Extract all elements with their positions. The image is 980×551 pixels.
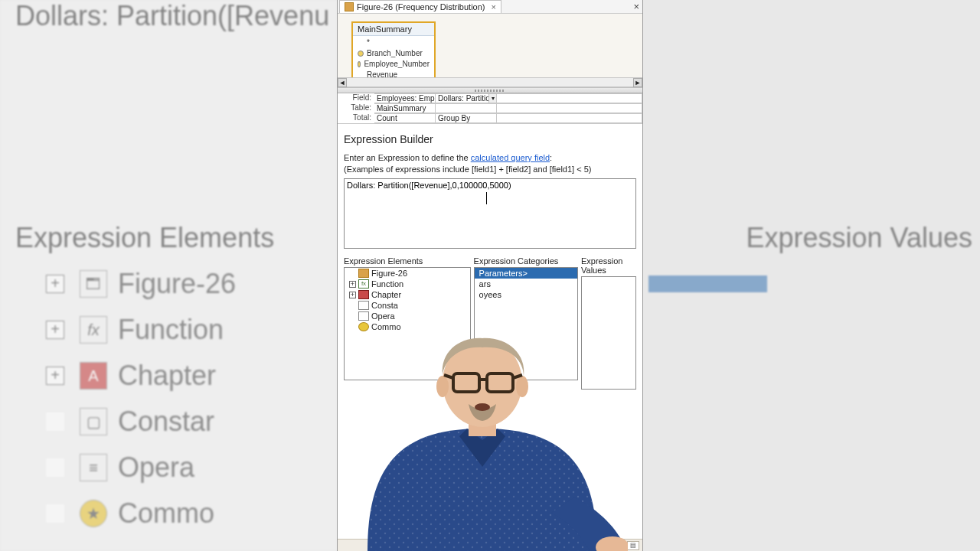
dropdown-icon[interactable]: ▾ bbox=[488, 94, 496, 103]
expand-icon[interactable]: + bbox=[349, 281, 356, 288]
query-tables-pane: MainSummary * Branch_Number Employee_Num… bbox=[338, 14, 642, 87]
bg-item-operators: ≡Opera bbox=[46, 452, 337, 484]
expression-categories-column: Expression Categories Parameters> ars oy… bbox=[474, 256, 578, 390]
table-title: MainSummary bbox=[353, 23, 434, 36]
elements-tree[interactable]: Figure-26 +fxFunction +Chapter Consta Op… bbox=[344, 267, 471, 380]
qbe-grid: Field: Employees: Employee Dollars: Part… bbox=[338, 93, 642, 124]
category-dollars[interactable]: ars bbox=[475, 279, 577, 289]
values-list[interactable] bbox=[581, 276, 636, 390]
table-field-branch[interactable]: Branch_Number bbox=[358, 48, 430, 59]
view-sql-button[interactable]: SQL bbox=[610, 541, 622, 550]
query-icon bbox=[345, 2, 354, 11]
key-icon bbox=[358, 61, 361, 67]
qbe-total-col3[interactable] bbox=[497, 113, 642, 123]
bg-top-expression: Dollars: Partition([Revenu bbox=[15, 0, 329, 32]
category-parameters[interactable]: Parameters> bbox=[475, 268, 577, 279]
eb-subtitle: Enter an Expression to define the calcul… bbox=[344, 153, 636, 162]
document-tab-bar: Figure-26 (Frequency Distribution) × × bbox=[338, 0, 642, 14]
query-tab[interactable]: Figure-26 (Frequency Distribution) × bbox=[339, 0, 501, 13]
hscrollbar[interactable]: ◄ ► bbox=[338, 77, 642, 86]
expression-builder: Expression Builder Enter an Expression t… bbox=[338, 124, 642, 390]
query-icon bbox=[358, 269, 369, 278]
tab-title: Figure-26 (Frequency Distribution) bbox=[357, 2, 485, 11]
qbe-table-label: Table: bbox=[338, 103, 374, 113]
operators-icon bbox=[358, 311, 369, 321]
tree-item-operators[interactable]: Opera bbox=[345, 311, 470, 321]
key-icon bbox=[358, 51, 364, 57]
table-star-row[interactable]: * bbox=[358, 37, 430, 48]
qbe-table-col3[interactable] bbox=[497, 103, 642, 113]
access-window: Figure-26 (Frequency Distribution) × × M… bbox=[337, 0, 643, 551]
tree-item-common[interactable]: Commo bbox=[345, 321, 470, 332]
bg-values-selection bbox=[648, 276, 767, 292]
expression-input[interactable] bbox=[344, 178, 636, 249]
qbe-field-label: Field: bbox=[338, 93, 374, 103]
bg-item-figure26: +🗔Figure-26 bbox=[46, 268, 337, 300]
view-datasheet-button[interactable]: ▦ bbox=[593, 541, 606, 550]
text-cursor bbox=[486, 192, 487, 204]
fx-icon: fx bbox=[358, 279, 369, 289]
constants-icon bbox=[358, 301, 369, 310]
bg-item-chapter: +AChapter bbox=[46, 360, 337, 392]
categories-header: Expression Categories bbox=[474, 256, 578, 266]
status-lock: ock bbox=[577, 541, 589, 549]
calculated-field-link[interactable]: calculated query field bbox=[471, 153, 550, 162]
bg-item-function: +fxFunction bbox=[46, 314, 337, 346]
eb-title: Expression Builder bbox=[344, 133, 636, 145]
qbe-field-col2[interactable]: Dollars: Partition([▾ bbox=[436, 93, 497, 103]
qbe-total-label: Total: bbox=[338, 113, 374, 123]
tree-item-functions[interactable]: +fxFunction bbox=[345, 279, 470, 289]
close-icon[interactable]: × bbox=[492, 2, 496, 11]
bg-item-common: ★Commo bbox=[46, 497, 337, 530]
qbe-table-col2[interactable] bbox=[436, 103, 497, 113]
categories-list[interactable]: Parameters> ars oyees bbox=[474, 267, 578, 380]
expand-icon[interactable]: + bbox=[349, 292, 356, 298]
elements-header: Expression Elements bbox=[344, 256, 471, 266]
star-icon bbox=[358, 322, 369, 331]
pane-splitter[interactable] bbox=[338, 87, 642, 93]
view-design-button[interactable]: ▤ bbox=[627, 541, 639, 550]
status-bar: ock ▦ SQL ▤ bbox=[338, 539, 642, 551]
tree-item-figure26[interactable]: Figure-26 bbox=[345, 268, 470, 279]
qbe-field-col3[interactable] bbox=[497, 93, 642, 103]
table-field-employee[interactable]: Employee_Number bbox=[358, 59, 430, 70]
bg-elements-header: Expression Elements bbox=[15, 222, 337, 254]
eb-examples: (Examples of expressions include [field1… bbox=[344, 165, 636, 174]
qbe-total-col2[interactable]: Group By bbox=[436, 113, 497, 123]
table-mainsummary[interactable]: MainSummary * Branch_Number Employee_Num… bbox=[351, 21, 436, 83]
bg-item-constants: ▢Constar bbox=[46, 406, 337, 438]
tree-item-constants[interactable]: Consta bbox=[345, 300, 470, 311]
background-blur-tree: Dollars: Partition([Revenu Expression El… bbox=[0, 0, 337, 551]
expression-elements-column: Expression Elements Figure-26 +fxFunctio… bbox=[344, 256, 471, 390]
qbe-table-col1[interactable]: MainSummary bbox=[374, 103, 436, 113]
bg-values-header: Expression Values bbox=[746, 222, 973, 254]
tree-item-chapter[interactable]: +Chapter bbox=[345, 289, 470, 300]
category-employees[interactable]: oyees bbox=[475, 289, 577, 300]
values-header: Expression Values bbox=[581, 256, 636, 275]
scroll-left-icon[interactable]: ◄ bbox=[338, 78, 347, 87]
expression-values-column: Expression Values bbox=[581, 256, 636, 390]
qbe-field-col1[interactable]: Employees: Employee bbox=[374, 93, 436, 103]
database-icon bbox=[358, 290, 369, 299]
scroll-right-icon[interactable]: ► bbox=[633, 78, 642, 87]
window-close-icon[interactable]: × bbox=[633, 1, 639, 12]
qbe-total-col1[interactable]: Count bbox=[374, 113, 436, 123]
